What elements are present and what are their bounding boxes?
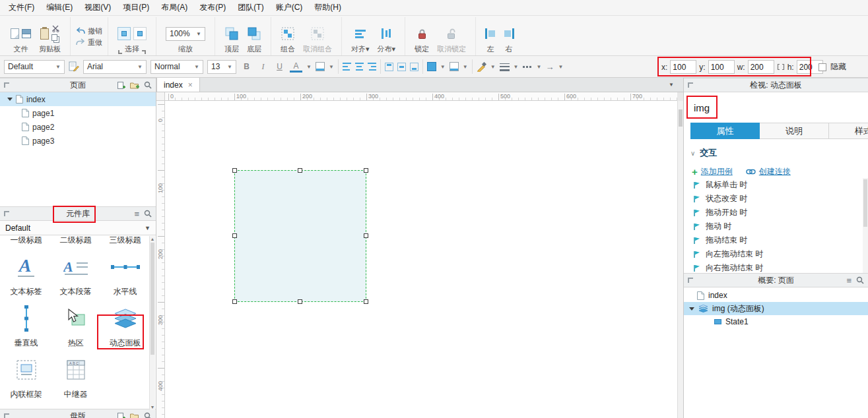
bold-button[interactable]: B [240,61,253,73]
scroll-thumb[interactable] [150,243,154,355]
resize-handle-se[interactable] [364,299,368,304]
arrow-style-icon[interactable]: → [545,63,554,71]
add-case-link[interactable]: + 添加用例 [692,166,733,177]
valign-top-icon[interactable] [385,63,393,71]
highlight-caret-icon[interactable]: ▼ [329,64,334,70]
widget-panel-scrollbar[interactable]: ▲ ▼ [149,236,155,410]
font-color-caret-icon[interactable]: ▼ [306,64,312,70]
outline-item-index[interactable]: index [684,289,868,302]
page-item-index[interactable]: index [0,92,156,106]
outline-expander-icon[interactable] [689,307,694,311]
valign-middle-icon[interactable] [397,63,406,71]
event-drag-end[interactable]: 拖动结束 时 [684,233,863,247]
y-input[interactable] [708,60,735,74]
outline-search-icon[interactable] [856,276,864,284]
fill-color-caret-icon[interactable]: ▼ [440,64,446,70]
widget-inline-frame[interactable]: 内联框架 [1,350,51,402]
page-expander-icon[interactable] [7,98,13,101]
font-size-select[interactable]: 13▼ [207,60,236,74]
interaction-section-header[interactable]: ∨ 交互 [684,139,868,159]
outline-item-state1[interactable]: State1 [684,315,868,328]
align-left-button[interactable]: 左 [481,18,500,54]
dynamic-panel-widget[interactable] [234,170,366,302]
opacity-caret-icon[interactable]: ▼ [463,64,468,70]
pages-collapse-icon[interactable] [4,82,9,88]
add-master-icon[interactable] [117,412,125,418]
menu-edit[interactable]: 编辑(E) [40,1,79,15]
resize-handle-nw[interactable] [232,168,237,173]
line-color-icon[interactable] [477,62,486,72]
page-item-page3[interactable]: page3 [0,134,156,148]
menu-view[interactable]: 视图(V) [79,1,117,15]
tab-close-icon[interactable]: × [188,81,193,89]
menu-file[interactable]: 文件(F) [3,1,40,15]
masters-collapse-icon[interactable] [4,413,9,418]
cut-icon[interactable] [52,25,59,32]
widget-h1[interactable]: A 一级标题 [1,235,51,247]
italic-button[interactable]: I [257,61,269,73]
resize-handle-s[interactable] [298,299,302,304]
widget-hline[interactable]: 水平线 [100,247,150,299]
masters-search-icon[interactable] [144,412,152,418]
canvas-scroll-thumb[interactable] [679,109,683,127]
widget-repeater[interactable]: A B C 中继器 [51,350,100,402]
event-state-change[interactable]: 状态改变 时 [684,192,863,206]
resize-handle-n[interactable] [298,168,302,173]
menu-project[interactable]: 项目(P) [117,1,155,15]
design-canvas[interactable] [165,101,677,418]
widget-name-input[interactable]: img [690,98,717,117]
font-style-select[interactable]: Normal▼ [150,60,203,74]
zoom-select[interactable]: 100% ▼ [166,27,205,41]
font-color-button[interactable]: A [290,61,302,73]
inspector-collapse-icon[interactable] [688,82,693,88]
tab-list-caret-icon[interactable]: ▼ [669,82,674,88]
align-text-left-icon[interactable] [343,63,351,71]
widget-library-select[interactable]: Default ▼ [0,221,156,235]
tab-properties[interactable]: 属性 [690,123,760,139]
widgets-menu-icon[interactable]: ≡ [134,210,139,218]
menu-team[interactable]: 团队(T) [232,1,269,15]
resize-handle-w[interactable] [232,233,237,238]
link-dimensions-icon[interactable] [777,63,785,71]
lock-button[interactable]: 锁定 [411,18,433,54]
send-to-back-button[interactable]: 底层 [243,18,265,54]
widget-paragraph[interactable]: A 文本段落 [51,247,100,299]
paste-icon[interactable] [40,28,49,40]
event-scroll-thumb[interactable] [863,179,867,227]
widget-h2[interactable]: A 二级标题 [51,235,100,247]
resize-handle-sw[interactable] [232,299,237,304]
line-weight-icon[interactable] [500,63,510,71]
event-swipe-right[interactable]: 向右拖动结束 时 [684,261,863,273]
font-family-select[interactable]: Arial▼ [83,60,147,74]
event-drag-start[interactable]: 拖动开始 时 [684,206,863,220]
valign-bottom-icon[interactable] [410,63,418,71]
event-drag[interactable]: 拖动 时 [684,220,863,233]
distribute-button[interactable]: 分布▾ [374,18,400,54]
arrow-style-caret-icon[interactable]: ▼ [558,64,563,70]
line-weight-caret-icon[interactable]: ▼ [514,64,519,70]
underline-button[interactable]: U [273,61,286,73]
add-page-icon[interactable] [117,81,125,90]
group-button[interactable]: 组合 [277,18,299,54]
select-intersect-icon[interactable] [117,27,131,40]
hide-checkbox[interactable] [818,63,826,71]
page-item-page2[interactable]: page2 [0,120,156,134]
align-text-center-icon[interactable] [355,63,364,71]
widget-text-label[interactable]: A 文本标签 [1,247,51,299]
edit-style-icon[interactable] [69,61,79,72]
tab-style[interactable]: 样式 [829,123,868,139]
align-right-button[interactable]: 右 [500,18,518,54]
align-text-right-icon[interactable] [368,63,376,71]
line-style-icon[interactable] [523,66,533,68]
menu-layout[interactable]: 布局(A) [155,1,193,15]
resize-handle-e[interactable] [364,233,368,238]
undo-button[interactable]: 撤销 [76,27,102,35]
event-onclick[interactable]: 鼠标单击 时 [684,178,863,192]
canvas-scrollbar[interactable] [677,101,683,418]
outline-collapse-icon[interactable] [688,278,693,283]
canvas-tab-index[interactable]: index × [156,78,200,92]
highlight-color-icon[interactable] [316,62,325,71]
page-item-page1[interactable]: page1 [0,106,156,120]
widget-h3[interactable]: A 三级标题 [100,235,150,247]
widget-dynamic-panel[interactable]: 动态面板 [100,299,150,350]
